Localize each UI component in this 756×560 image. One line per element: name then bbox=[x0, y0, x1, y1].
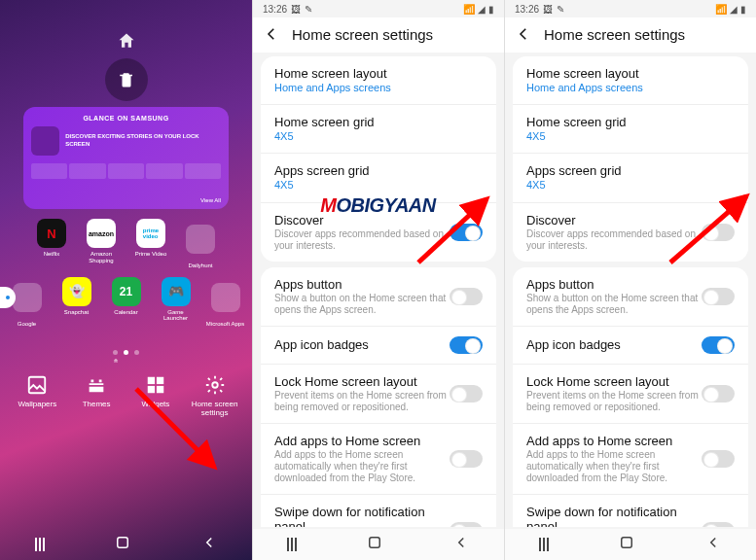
toggle-switch[interactable] bbox=[450, 288, 483, 305]
status-time: 13:26 bbox=[263, 4, 287, 15]
nav-back[interactable] bbox=[704, 534, 722, 555]
settings-item[interactable]: Lock Home screen layoutPrevent items on … bbox=[513, 364, 748, 423]
svg-point-5 bbox=[212, 382, 218, 388]
settings-item[interactable]: App icon badges bbox=[513, 326, 748, 364]
item-title: Home screen layout bbox=[526, 66, 735, 81]
settings-item[interactable]: Add apps to Home screenAdd apps to the H… bbox=[261, 423, 496, 494]
settings-item[interactable]: Swipe down for notification panelOpen th… bbox=[513, 494, 748, 527]
image-icon: 🖼 bbox=[291, 4, 301, 15]
toggle-switch[interactable] bbox=[450, 336, 483, 354]
nav-back[interactable] bbox=[452, 534, 470, 555]
status-bar: 13:26🖼✎ 📶◢▮ bbox=[505, 0, 756, 18]
settings-list[interactable]: Home screen layoutHome and Apps screensH… bbox=[253, 52, 504, 527]
item-title: Lock Home screen layout bbox=[274, 374, 450, 389]
settings-item[interactable]: Home screen grid4X5 bbox=[261, 104, 496, 153]
item-title: Apps screen grid bbox=[274, 163, 483, 178]
settings-item[interactable]: Swipe down for notification panelOpen th… bbox=[261, 494, 496, 527]
app-snapchat[interactable]: 👻Snapchat bbox=[57, 277, 96, 328]
app-amazon[interactable]: amazonAmazon Shopping bbox=[82, 219, 121, 269]
settings-header: Home screen settings bbox=[505, 18, 756, 52]
nav-recents[interactable] bbox=[287, 538, 297, 551]
glance-thumb-strip bbox=[31, 163, 221, 179]
nav-home[interactable] bbox=[366, 534, 383, 555]
settings-item[interactable]: Add apps to Home screenAdd apps to the H… bbox=[513, 423, 748, 494]
svg-rect-6 bbox=[117, 538, 127, 548]
remove-page-button[interactable] bbox=[105, 58, 148, 101]
folder-microsoft[interactable]: Microsoft Apps bbox=[206, 277, 245, 328]
settings-item[interactable]: Home screen layoutHome and Apps screens bbox=[513, 56, 748, 104]
svg-rect-0 bbox=[29, 377, 46, 394]
nav-home[interactable] bbox=[618, 534, 635, 555]
settings-item[interactable]: Apps screen grid4X5 bbox=[513, 153, 748, 201]
settings-item[interactable]: Home screen grid4X5 bbox=[513, 104, 748, 153]
item-title: Home screen grid bbox=[274, 115, 483, 129]
settings-item[interactable]: Apps screen grid4X5 bbox=[261, 153, 496, 201]
widgets-button[interactable]: Widgets bbox=[126, 374, 185, 418]
page-title: Home screen settings bbox=[292, 26, 433, 43]
alarm-icon: ✎ bbox=[305, 4, 312, 15]
settings-list[interactable]: Home screen layoutHome and Apps screensH… bbox=[505, 52, 756, 527]
battery-icon: ▮ bbox=[488, 4, 494, 15]
app-netflix[interactable]: NNetflix bbox=[32, 219, 71, 269]
settings-group: Apps buttonShow a button on the Home scr… bbox=[513, 267, 748, 527]
app-primevideo[interactable]: primevideoPrime Video bbox=[131, 219, 170, 269]
glance-title: GLANCE ON SAMSUNG bbox=[31, 115, 221, 122]
settings-item[interactable]: App icon badges bbox=[261, 326, 496, 364]
wallpapers-button[interactable]: Wallpapers bbox=[8, 374, 66, 418]
toggle-switch[interactable] bbox=[702, 224, 735, 241]
item-title: Swipe down for notification panel bbox=[526, 505, 702, 527]
settings-item[interactable]: Lock Home screen layoutPrevent items on … bbox=[261, 364, 496, 423]
nav-recents[interactable] bbox=[35, 538, 45, 551]
item-title: Apps button bbox=[274, 277, 450, 292]
toggle-switch[interactable] bbox=[450, 224, 483, 241]
item-subtitle: Show a button on the Home screen that op… bbox=[274, 293, 450, 316]
alarm-icon: ✎ bbox=[557, 4, 564, 15]
item-title: App icon badges bbox=[274, 337, 450, 352]
toggle-switch[interactable] bbox=[450, 450, 483, 468]
item-subtitle: Prevent items on the Home screen from be… bbox=[274, 390, 450, 413]
settings-item[interactable]: Home screen layoutHome and Apps screens bbox=[261, 56, 496, 104]
home-edit-actions: Wallpapers Themes Widgets Home screen se… bbox=[0, 355, 252, 418]
settings-item[interactable]: Apps buttonShow a button on the Home scr… bbox=[513, 267, 748, 326]
item-title: Add apps to Home screen bbox=[526, 434, 702, 448]
homescreen-edit-panel: GLANCE ON SAMSUNG DISCOVER EXCITING STOR… bbox=[0, 0, 252, 560]
app-calendar[interactable]: 21Calendar bbox=[107, 277, 146, 328]
nav-bar bbox=[0, 529, 252, 560]
svg-rect-4 bbox=[157, 386, 163, 393]
glance-text: DISCOVER EXCITING STORIES ON YOUR LOCK S… bbox=[65, 133, 221, 149]
toggle-switch[interactable] bbox=[450, 385, 483, 402]
toggle-switch[interactable] bbox=[702, 522, 735, 527]
app-gamelauncher[interactable]: 🎮Game Launcher bbox=[157, 277, 196, 328]
settings-item[interactable]: DiscoverDiscover apps recommended based … bbox=[513, 202, 748, 262]
item-title: Home screen layout bbox=[274, 66, 483, 81]
svg-rect-10 bbox=[622, 538, 632, 548]
themes-button[interactable]: Themes bbox=[67, 374, 126, 418]
wifi-icon: 📶 bbox=[463, 4, 475, 15]
toggle-switch[interactable] bbox=[450, 522, 483, 527]
toggle-switch[interactable] bbox=[702, 385, 735, 402]
glance-viewall[interactable]: View All bbox=[200, 197, 221, 203]
nav-home[interactable] bbox=[114, 534, 131, 555]
toggle-switch[interactable] bbox=[702, 336, 735, 354]
app-row-1: NNetflix amazonAmazon Shopping primevide… bbox=[0, 219, 252, 269]
nav-back[interactable] bbox=[200, 534, 218, 555]
app-dailyhunt[interactable]: Dailyhunt bbox=[181, 219, 220, 269]
item-subtitle: Add apps to the Home screen automaticall… bbox=[274, 449, 450, 484]
settings-panel-discover-on: 13:26🖼✎ 📶◢▮ Home screen settings Home sc… bbox=[252, 0, 504, 560]
settings-panel-discover-off: 13:26🖼✎ 📶◢▮ Home screen settings Home sc… bbox=[504, 0, 756, 560]
battery-icon: ▮ bbox=[740, 4, 746, 15]
toggle-switch[interactable] bbox=[702, 450, 735, 468]
glance-widget[interactable]: GLANCE ON SAMSUNG DISCOVER EXCITING STOR… bbox=[23, 107, 229, 209]
settings-group: Home screen layoutHome and Apps screensH… bbox=[261, 56, 496, 262]
toggle-switch[interactable] bbox=[702, 288, 735, 305]
item-title: Apps screen grid bbox=[526, 163, 735, 178]
settings-item[interactable]: Apps buttonShow a button on the Home scr… bbox=[261, 267, 496, 326]
back-icon[interactable] bbox=[515, 25, 532, 43]
settings-item[interactable]: DiscoverDiscover apps recommended based … bbox=[261, 202, 496, 262]
back-icon[interactable] bbox=[263, 25, 280, 43]
status-time: 13:26 bbox=[515, 4, 539, 15]
item-subtitle: Home and Apps screens bbox=[526, 82, 735, 94]
nav-recents[interactable] bbox=[539, 538, 549, 551]
signal-icon: ◢ bbox=[730, 4, 738, 15]
home-screen-settings-button[interactable]: Home screen settings bbox=[186, 374, 244, 418]
